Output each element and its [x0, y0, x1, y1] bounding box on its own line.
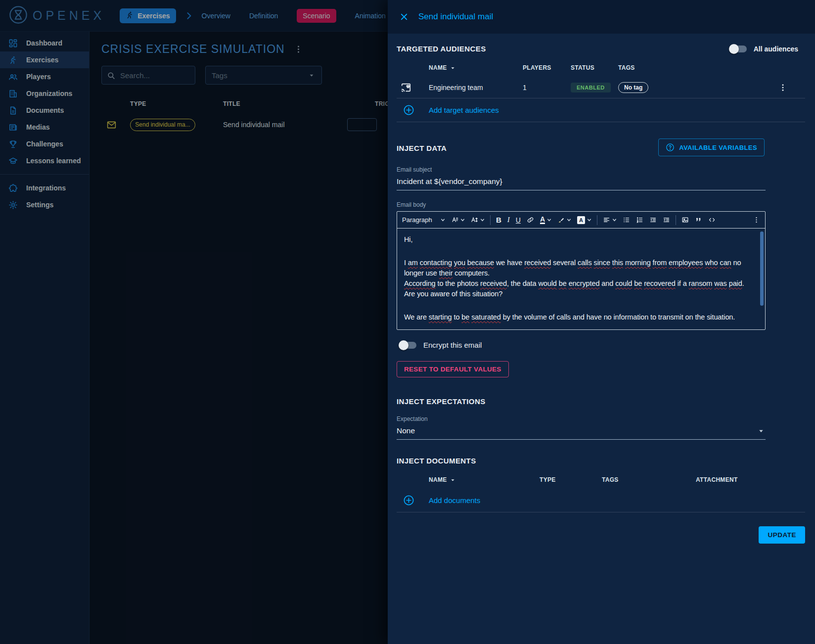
update-button[interactable]: UPDATE [759, 526, 805, 544]
link-button[interactable] [524, 214, 537, 227]
editor-scrollbar[interactable] [760, 231, 764, 306]
font-background-icon: A [577, 216, 585, 224]
expectation-select[interactable]: None [397, 426, 766, 440]
text-segment: I [404, 259, 408, 267]
misspelled-word: contacting [420, 259, 452, 267]
email-body-label: Email body [397, 201, 805, 208]
misspelled-word: received [524, 259, 551, 267]
chevron-down-icon [612, 218, 617, 222]
paragraph-style-label: Paragraph [402, 216, 439, 224]
chevron-down-icon [547, 218, 551, 222]
close-icon[interactable] [400, 12, 408, 21]
underline-icon: U [516, 216, 521, 224]
font-color-dropdown-button[interactable]: A [537, 214, 554, 227]
column-label: TYPE [540, 476, 556, 483]
editor-toolbar: ParagraphBIUAA [397, 212, 765, 229]
font-size-icon [471, 216, 478, 224]
bold-button[interactable]: B [493, 214, 504, 227]
audience-row-kebab-menu[interactable] [778, 83, 805, 92]
available-variables-button[interactable]: AVAILABLE VARIABLES [658, 138, 765, 156]
audience-name: Engineering team [429, 84, 523, 92]
misspelled-word: their [439, 269, 453, 277]
misspelled-word: you [454, 259, 465, 267]
documents-column-type: TYPE [540, 476, 602, 483]
column-label: STATUS [571, 64, 594, 71]
audiences-table-header: NAMEPLAYERSSTATUSTAGS [397, 64, 805, 72]
all-audiences-toggle[interactable] [730, 46, 747, 52]
underline-button[interactable]: U [513, 214, 524, 227]
quote-button[interactable] [692, 214, 705, 227]
italic-button[interactable]: I [504, 214, 513, 227]
paragraph-style-dropdown[interactable]: Paragraph [399, 214, 448, 227]
column-label: ATTACHMENT [696, 476, 738, 483]
text-segment: to [452, 313, 462, 321]
email-subject-input[interactable]: Incident at ${vendor_company} [397, 177, 766, 190]
audience-row[interactable]: Engineering team1ENABLEDNo tag [397, 77, 805, 98]
email-body-paragraph: We are starting to be saturated by the v… [404, 312, 753, 322]
add-target-audiences[interactable]: Add target audiences [397, 98, 805, 122]
email-body-paragraph: I am contacting you because we have rece… [404, 258, 753, 299]
misspelled-word: because [467, 259, 494, 267]
toggle-knob [399, 340, 408, 350]
bulleted-list-icon [623, 216, 630, 224]
misspelled-word: employees [669, 259, 703, 267]
more-icon [753, 216, 760, 224]
caret-down-icon [757, 426, 766, 435]
add-documents[interactable]: Add documents [397, 489, 805, 512]
quote-icon [695, 216, 702, 224]
font-family-dropdown-button[interactable] [448, 214, 468, 227]
misspelled-word: According [404, 279, 436, 287]
text-segment: several [551, 259, 578, 267]
expectation-value: None [397, 426, 415, 435]
misspelled-word: paid [729, 279, 742, 287]
indent-icon [663, 216, 670, 224]
font-size-dropdown-button[interactable] [468, 214, 488, 227]
misspelled-word: be [559, 279, 567, 287]
email-body-editor: ParagraphBIUAA Hi,I am contacting you be… [397, 211, 766, 330]
toggle-knob [729, 44, 739, 54]
drawer-header: Send individual mail [388, 0, 815, 34]
toolbar-separator [676, 215, 676, 225]
image-button[interactable] [679, 214, 692, 227]
column-label: NAME [429, 476, 447, 483]
reset-to-default-button[interactable]: RESET TO DEFAULT VALUES [397, 361, 509, 377]
numbered-list-button[interactable] [633, 214, 646, 227]
misspelled-word: received [480, 279, 507, 287]
editor-content[interactable]: Hi,I am contacting you because we have r… [397, 229, 765, 329]
alignment-icon [603, 216, 610, 224]
misspelled-word: starting [429, 313, 452, 321]
font-background-dropdown-button[interactable]: A [574, 214, 594, 227]
inject-documents-heading: INJECT DOCUMENTS [397, 457, 476, 465]
text-segment: we have [494, 259, 524, 267]
available-variables-label: AVAILABLE VARIABLES [679, 144, 757, 151]
all-audiences-label: All audiences [754, 45, 798, 53]
documents-column-name[interactable]: NAME [429, 476, 540, 484]
highlight-dropdown-button[interactable] [554, 214, 574, 227]
bold-icon: B [496, 216, 501, 224]
misspelled-word: be [461, 313, 469, 321]
misspelled-word: this [612, 259, 623, 267]
audience-status-badge: ENABLED [571, 83, 611, 92]
misspelled-word: from [653, 259, 667, 267]
audiences-column-name[interactable]: NAME [429, 64, 523, 72]
font-color-icon: A [540, 216, 545, 224]
outdent-icon [649, 216, 657, 224]
column-label: TAGS [618, 64, 635, 71]
indent-button[interactable] [660, 214, 673, 227]
alignment-dropdown-button[interactable] [600, 214, 620, 227]
chevron-down-icon [441, 218, 445, 222]
outdent-button[interactable] [646, 214, 660, 227]
text-segment: We are [404, 313, 429, 321]
chevron-down-icon [567, 218, 571, 222]
toolbar-separator [490, 215, 491, 225]
text-segment: if a [676, 279, 689, 287]
encrypt-email-toggle[interactable] [400, 342, 416, 349]
drawer-title: Send individual mail [418, 12, 493, 22]
more-button[interactable] [750, 214, 763, 227]
add-circle-icon [403, 495, 414, 506]
code-button[interactable] [705, 214, 719, 227]
text-segment: Hi, [404, 235, 412, 243]
bulleted-list-button[interactable] [620, 214, 633, 227]
misspelled-word: am [408, 259, 418, 267]
misspelled-word: recovered [644, 279, 676, 287]
